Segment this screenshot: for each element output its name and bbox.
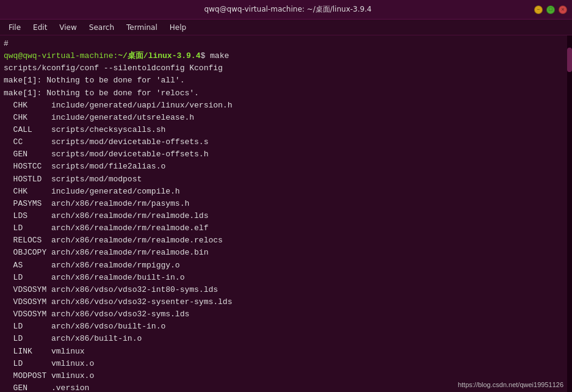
scrollbar-thumb[interactable]	[567, 48, 572, 72]
menu-terminal[interactable]: Terminal	[120, 22, 164, 33]
menu-help[interactable]: Help	[164, 22, 192, 33]
window-controls[interactable]: – □ ✕	[534, 5, 567, 14]
close-button[interactable]: ✕	[559, 5, 567, 14]
menu-view[interactable]: View	[53, 22, 82, 33]
menu-file[interactable]: File	[2, 22, 27, 33]
terminal-content[interactable]: # qwq@qwq-virtual-machine:~/桌面/linux-3.9…	[0, 35, 572, 392]
menu-search[interactable]: Search	[83, 22, 120, 33]
menu-edit[interactable]: Edit	[27, 22, 53, 33]
menu-bar: File Edit View Search Terminal Help	[0, 20, 572, 35]
scrollbar[interactable]	[567, 35, 572, 392]
maximize-button[interactable]: □	[546, 5, 555, 14]
minimize-button[interactable]: –	[534, 5, 543, 14]
watermark: https://blog.csdn.net/qwei19951126	[458, 381, 563, 388]
terminal-output: # qwq@qwq-virtual-machine:~/桌面/linux-3.9…	[4, 38, 568, 392]
title-bar: qwq@qwq-virtual-machine: ~/桌面/linux-3.9.…	[0, 0, 572, 20]
window-title: qwq@qwq-virtual-machine: ~/桌面/linux-3.9.…	[42, 4, 534, 15]
